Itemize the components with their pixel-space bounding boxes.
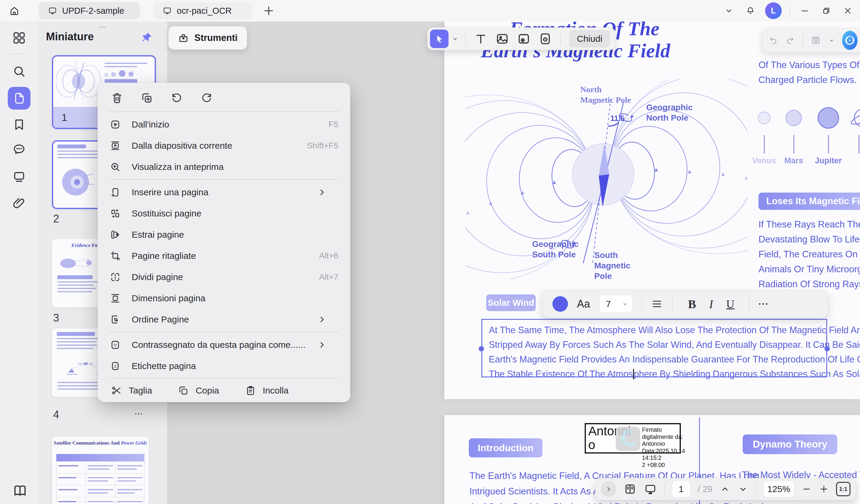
- pin-icon[interactable]: [140, 31, 153, 44]
- page-layout-icon[interactable]: [624, 483, 637, 495]
- crop-pages-icon: [110, 250, 121, 261]
- add-image-tool-icon[interactable]: [495, 32, 510, 46]
- resize-handle-right[interactable]: [825, 346, 830, 351]
- font-size-select[interactable]: 7: [599, 295, 632, 313]
- menu-item-dimensioni-pagina[interactable]: Dimensioni pagina: [98, 288, 350, 309]
- zoom-in-icon[interactable]: [819, 484, 829, 494]
- divider: [560, 32, 561, 45]
- new-tab-button[interactable]: [262, 4, 275, 17]
- redo-icon[interactable]: [786, 35, 795, 46]
- menu-item-label: Visualizza in anteprima: [132, 162, 224, 172]
- italic-button[interactable]: I: [709, 297, 713, 311]
- thumb4-more-button[interactable]: [132, 409, 145, 419]
- search-icon[interactable]: [12, 64, 26, 78]
- page-mark-tool-icon[interactable]: [538, 32, 553, 46]
- thumbnail-page-5[interactable]: Satellite Communications And Power Grids: [52, 436, 149, 504]
- font-color-swatch[interactable]: [553, 296, 568, 312]
- ai-assistant-button[interactable]: [842, 31, 858, 50]
- menu-item-contrassegnato[interactable]: IV Contrassegnato da questa pagina come.…: [98, 334, 350, 355]
- presentation-icon[interactable]: [644, 483, 657, 495]
- menu-item-dallinizio[interactable]: Dall'inizio F5: [98, 114, 350, 135]
- divider: [672, 298, 672, 311]
- chevron-down-icon[interactable]: [829, 37, 834, 44]
- chevron-right-icon: [605, 485, 613, 493]
- rotate-left-icon[interactable]: [171, 92, 183, 104]
- duplicate-page-icon[interactable]: [141, 92, 153, 104]
- home-button[interactable]: [6, 3, 22, 18]
- thumb2-core-sketch: [59, 167, 95, 197]
- window-titlebar: UPDF-2-sample ocr-paci_OCR L: [0, 0, 860, 21]
- delete-page-icon[interactable]: [111, 92, 123, 104]
- pdf-page-1[interactable]: Formation Of The Earth's Magnetic Field: [444, 21, 860, 399]
- font-family-button[interactable]: Aa: [577, 298, 590, 310]
- align-icon[interactable]: [651, 298, 663, 310]
- close-button[interactable]: [841, 4, 855, 18]
- menu-item-incolla[interactable]: Incolla: [245, 385, 289, 396]
- chevron-down-icon[interactable]: [452, 35, 459, 42]
- zoom-out-icon[interactable]: [801, 484, 812, 494]
- menu-item-visualizza-anteprima[interactable]: Visualizza in anteprima: [98, 156, 350, 177]
- menu-item-dalla-diapositiva[interactable]: Dalla diapositiva corrente Shift+F5: [98, 135, 350, 156]
- tab-updf-2-sample[interactable]: UPDF-2-sample: [39, 2, 140, 19]
- apps-grid-icon[interactable]: [12, 31, 26, 45]
- previous-page-icon[interactable]: [720, 484, 730, 494]
- collapse-toolbar-button[interactable]: [722, 4, 736, 18]
- diagram-label-north-magnetic-pole: NorthMagnetic Pole: [580, 84, 631, 105]
- menu-item-estrai-pagine[interactable]: Estrai pagine: [98, 224, 350, 245]
- right-col-line: Animals Or Tiny Microorganisms: [758, 264, 860, 275]
- notifications-button[interactable]: [744, 4, 757, 18]
- tools-button[interactable]: Strumenti: [169, 26, 247, 49]
- tab-ocr-paci[interactable]: ocr-paci_OCR: [154, 2, 253, 19]
- more-options-icon[interactable]: [757, 298, 769, 310]
- attachment-icon[interactable]: [12, 196, 26, 210]
- underline-button[interactable]: U: [726, 298, 734, 311]
- resize-handle-left[interactable]: [479, 346, 484, 351]
- thumb5-heading: Satellite Communications And Power Grids: [52, 440, 149, 446]
- undo-icon[interactable]: [769, 35, 778, 46]
- loses-magnetic-field-badge: Loses Its Magnetic Field: [758, 192, 860, 210]
- planet-saturn: [850, 104, 860, 131]
- sidebar-item-thumbnails-active[interactable]: [8, 87, 30, 110]
- select-tool-button-active[interactable]: [430, 30, 448, 48]
- page-number-input[interactable]: 1: [672, 481, 690, 498]
- edit-mode-toolbar: Chiudi: [427, 27, 615, 50]
- restore-button[interactable]: [819, 4, 833, 18]
- divider: [109, 332, 340, 332]
- redact-tool-icon[interactable]: [517, 32, 531, 46]
- diagram-label-south-magnetic-pole: SouthMagneticPole: [594, 250, 630, 281]
- zoom-level-input[interactable]: 125%: [763, 481, 794, 498]
- menu-item-ordine-pagine[interactable]: Ordine Pagine: [98, 309, 350, 330]
- add-text-tool-icon[interactable]: [474, 32, 488, 46]
- next-page-icon[interactable]: [737, 484, 748, 494]
- menu-item-pagine-ritagliate[interactable]: Pagine ritagliate Alt+6: [98, 245, 350, 266]
- close-edit-mode-button[interactable]: Chiudi: [569, 30, 610, 47]
- menu-item-sostituisci-pagine[interactable]: Sostituisci pagine: [98, 203, 350, 224]
- menu-item-label: Ordine Pagine: [132, 314, 189, 325]
- divider: [465, 32, 466, 45]
- comment-icon[interactable]: [12, 142, 26, 156]
- menu-item-label: Taglia: [129, 386, 152, 395]
- clipboard-row: Taglia Copia Incolla: [98, 381, 350, 398]
- menu-item-dividi-pagine[interactable]: Dividi pagine Alt+7: [98, 266, 350, 288]
- menu-item-copia[interactable]: Copia: [178, 385, 219, 396]
- save-icon[interactable]: [811, 34, 821, 46]
- divider: [109, 378, 340, 379]
- menu-item-etichette-pagina[interactable]: 2 Etichette pagina: [98, 355, 350, 376]
- bold-button[interactable]: B: [688, 297, 696, 311]
- selected-text-block[interactable]: At The Same Time, The Atmosphere Will Al…: [481, 319, 827, 377]
- submenu-arrow-icon: [316, 339, 328, 350]
- font-size-value: 7: [606, 299, 611, 309]
- menu-item-taglia[interactable]: Taglia: [111, 385, 152, 396]
- thumb5-table-sketch: [56, 454, 145, 502]
- reader-mode-icon[interactable]: [12, 483, 28, 499]
- panel-drag-handle[interactable]: [38, 23, 167, 31]
- avatar[interactable]: L: [765, 2, 782, 19]
- bookmark-icon[interactable]: [12, 117, 26, 132]
- rotate-right-icon[interactable]: [200, 92, 213, 104]
- menu-item-inserire-pagina[interactable]: Inserire una pagina: [98, 182, 350, 203]
- stamp-icon[interactable]: [12, 170, 26, 184]
- signature-field[interactable]: Antonnio Firmato digitalmente da: Antonn…: [585, 423, 681, 453]
- actual-size-button[interactable]: 1:1: [836, 482, 850, 496]
- expand-bar-button[interactable]: [601, 481, 616, 497]
- minimize-button[interactable]: [798, 4, 812, 18]
